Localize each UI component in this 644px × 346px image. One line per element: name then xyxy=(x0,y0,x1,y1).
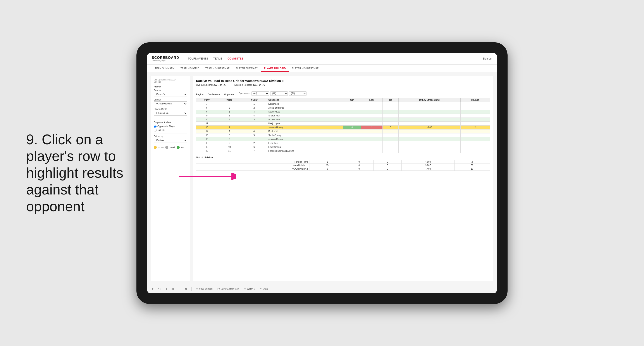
nav-tournaments[interactable]: TOURNAMENTS xyxy=(188,56,208,61)
cell-loss xyxy=(361,106,382,110)
cell-conf xyxy=(241,125,267,129)
cell-conf: 6 xyxy=(241,145,267,149)
table-row[interactable]: 613Sydney Kuo xyxy=(196,110,490,114)
cell-tie xyxy=(382,145,398,149)
cell-reg: 2 xyxy=(218,141,241,145)
filters-row: Region Conference Opponent Opponents: (A… xyxy=(196,88,490,96)
table-row[interactable]: 1585Stella Cheng xyxy=(196,133,490,137)
opponent-view-title: Opponent view xyxy=(154,121,187,124)
ood-loss: 0 xyxy=(345,164,373,167)
ood-diff: 7.400 xyxy=(402,167,454,171)
region-select[interactable]: (All) xyxy=(252,91,269,96)
table-row[interactable]: 1474Eunice Yi xyxy=(196,129,490,133)
cell-div: 6 xyxy=(196,110,218,114)
cell-rounds xyxy=(460,133,490,137)
cell-div: 13 xyxy=(196,125,218,129)
save-custom-view-button[interactable]: 💾 Save Custom View xyxy=(216,287,240,291)
annotation-number: 9. xyxy=(26,132,38,147)
cell-name: Sharon Mun xyxy=(267,114,343,118)
cell-name: Euna Lee xyxy=(267,141,343,145)
cell-loss xyxy=(361,141,382,145)
conference-select[interactable]: (All) xyxy=(270,91,288,96)
table-row[interactable]: 1691Jessica Mason xyxy=(196,137,490,141)
table-row[interactable]: 20117Federica Domecq Lacroze xyxy=(196,149,490,153)
tab-player-summary[interactable]: PLAYER SUMMARY xyxy=(233,65,261,72)
cell-loss xyxy=(361,137,382,141)
cell-win xyxy=(343,110,361,114)
annotation-body: Click on a player's row to highlight res… xyxy=(26,132,123,214)
cell-rounds: 2 xyxy=(460,125,490,129)
refresh-button[interactable]: ↺ xyxy=(184,287,188,291)
tab-player-h2h-grid[interactable]: PLAYER H2H GRID xyxy=(261,65,289,72)
table-row[interactable]: 31Esther Lee xyxy=(196,102,490,106)
gender-select[interactable]: Women's xyxy=(154,92,187,97)
cell-reg xyxy=(218,102,241,106)
radio-top-100[interactable]: Top 100 xyxy=(154,129,187,132)
cell-conf: 5 xyxy=(241,133,267,137)
ood-row[interactable]: Foreign Team1004.5002 xyxy=(196,160,490,164)
table-row[interactable]: 11Haejo Hyun xyxy=(196,121,490,125)
ood-loss: 0 xyxy=(345,160,373,164)
table-row[interactable]: 914Sharon Mun xyxy=(196,114,490,118)
undo-button[interactable]: ↩ xyxy=(151,287,155,291)
tab-player-h2h-heatmap[interactable]: PLAYER H2H HEATMAP xyxy=(289,65,322,72)
cell-tie xyxy=(382,102,398,106)
cell-rounds xyxy=(460,106,490,110)
cell-conf: 4 xyxy=(241,114,267,118)
logo-sub: Powered by clippi xyxy=(152,60,179,62)
data-table: # Div # Reg # Conf Opponent Win Loss Tie… xyxy=(196,98,490,153)
table-row[interactable]: 19106Emily Chang xyxy=(196,145,490,149)
colour-by-select[interactable]: Win/loss xyxy=(154,138,187,143)
redo-button[interactable]: ↪ xyxy=(158,287,162,291)
label-level: Level xyxy=(170,146,175,149)
watch-button[interactable]: 👁 Watch ▾ xyxy=(243,287,256,291)
table-row[interactable]: 131Jessica Huang010-3.002 xyxy=(196,125,490,129)
ood-title: Out of division xyxy=(196,156,490,159)
cell-name: Andrea York xyxy=(267,118,343,121)
division-select[interactable]: NCAA Division III xyxy=(154,101,187,106)
cell-win xyxy=(343,141,361,145)
share-button[interactable]: ⇪ Share xyxy=(259,287,270,291)
ood-row[interactable]: NCAA Division 25007.40010 xyxy=(196,167,490,171)
cell-name: Eunice Yi xyxy=(267,129,343,133)
player-rank-label: Player (Rank) xyxy=(154,108,187,110)
cell-win xyxy=(343,129,361,133)
player-rank-select[interactable]: 8. Katelyn Vo xyxy=(154,111,187,116)
cell-tie xyxy=(382,133,398,137)
cell-loss xyxy=(361,102,382,106)
sign-out-button[interactable]: Sign out xyxy=(483,57,492,60)
conference-filter-group: Conference xyxy=(208,93,220,96)
logo-area: SCOREBOARD Powered by clippi xyxy=(152,56,179,62)
add-button[interactable]: ⊕ xyxy=(170,287,175,291)
cell-tie xyxy=(382,149,398,153)
division-record: Division Record: 331 - 34 - 6 xyxy=(234,83,265,86)
view-original-button[interactable]: 👁 View: Original xyxy=(195,287,214,291)
ood-win: 15 xyxy=(310,164,345,167)
col-div: # Div xyxy=(196,98,218,102)
cell-tie xyxy=(382,106,398,110)
tab-team-h2h-heatmap[interactable]: TEAM H2H HEATMAP xyxy=(202,65,233,72)
cell-win xyxy=(343,106,361,110)
dot-level xyxy=(165,146,168,149)
tab-team-summary[interactable]: TEAM SUMMARY xyxy=(152,65,178,72)
ood-row[interactable]: NAIA Division 115009.26730 xyxy=(196,164,490,167)
ood-loss: 0 xyxy=(345,167,373,171)
cell-rounds xyxy=(460,110,490,114)
division-label: Division xyxy=(154,99,187,101)
table-row[interactable]: 1063Andrea York xyxy=(196,118,490,121)
nav-committee[interactable]: COMMITTEE xyxy=(228,56,243,61)
table-row[interactable]: 522Alexis Sudjianto xyxy=(196,106,490,110)
cell-win xyxy=(343,114,361,118)
tab-team-h2h-grid[interactable]: TEAM H2H GRID xyxy=(178,65,202,72)
col-tie: Tie xyxy=(382,98,398,102)
opponent-select[interactable]: (All) xyxy=(289,91,306,96)
forward-button[interactable]: ⇥ xyxy=(164,287,168,291)
expand-button[interactable]: ↔ xyxy=(177,287,182,291)
radio-opponents-played[interactable]: Opponents Played xyxy=(154,125,187,128)
ood-tie: 0 xyxy=(373,164,402,167)
cell-diff xyxy=(398,118,460,121)
records-row: Overall Record: 353 - 34 - 6 Division Re… xyxy=(196,83,490,86)
table-row[interactable]: 1822Euna Lee xyxy=(196,141,490,145)
nav-teams[interactable]: TEAMS xyxy=(213,56,222,61)
region-label: Region xyxy=(196,93,204,96)
